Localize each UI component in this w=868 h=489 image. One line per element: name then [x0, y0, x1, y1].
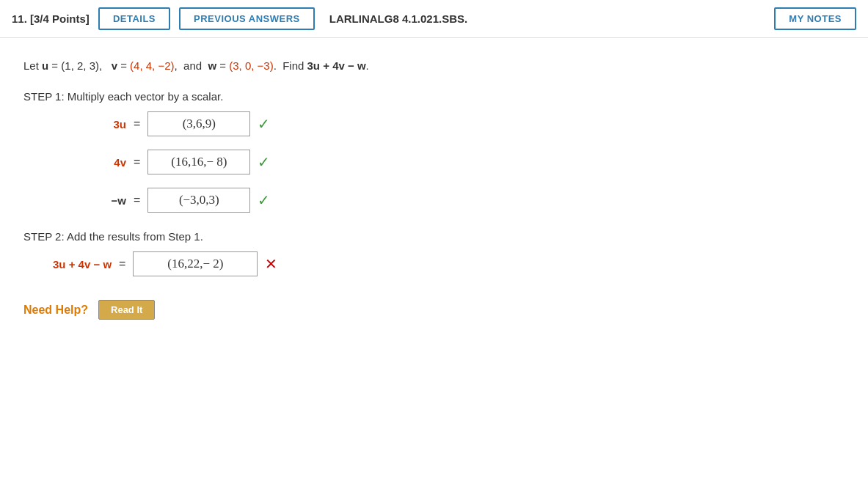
- my-notes-button[interactable]: MY NOTES: [774, 7, 856, 30]
- step1-description: Multiply each vector by a scalar.: [65, 90, 224, 103]
- equation-row-neg-w: −w = (−3,0,3) ✓: [82, 188, 637, 213]
- value-final: (16,22,− 2): [167, 257, 223, 271]
- w-bold: w: [208, 59, 216, 72]
- need-help-section: Need Help? Read It: [23, 300, 637, 320]
- step2-label: STEP 2: Add the results from Step 1.: [23, 230, 637, 243]
- u-bold: u: [42, 59, 48, 72]
- cross-mark-final: ✕: [265, 255, 277, 273]
- value-4v: (16,16,− 8): [171, 155, 227, 169]
- previous-answers-button[interactable]: PREVIOUS ANSWERS: [179, 7, 315, 30]
- step1-bold: STEP 1:: [23, 90, 65, 103]
- equation-row-3u: 3u = (3,6,9) ✓: [82, 111, 637, 136]
- problem-statement: Let u = (1, 2, 3), v = (4, 4, −2), and w…: [23, 56, 637, 76]
- question-number: 11. [3/4 Points]: [12, 12, 90, 25]
- v-value: (4, 4, −2): [130, 59, 174, 72]
- value-3u: (3,6,9): [183, 117, 216, 130]
- equals-3u: =: [134, 117, 140, 130]
- problem-intro: Let u = (1, 2, 3), v =: [23, 59, 130, 72]
- label-3u: 3u: [82, 118, 126, 130]
- step1-label: STEP 1: Multiply each vector by a scalar…: [23, 90, 637, 103]
- answer-box-4v: (16,16,− 8): [147, 150, 250, 174]
- read-it-button[interactable]: Read It: [98, 300, 155, 320]
- v-bold: v: [112, 59, 117, 72]
- label-4v: 4v: [82, 156, 126, 169]
- label-final: 3u + 4v − w: [53, 258, 112, 271]
- w-value: (3, 0, −3): [229, 59, 273, 72]
- problem-find: . Find 3u + 4v − w.: [274, 59, 369, 72]
- checkmark-4v: ✓: [258, 153, 270, 171]
- problem-and: , and w =: [175, 59, 230, 72]
- details-button[interactable]: DETAILS: [98, 7, 170, 30]
- label-neg-w: −w: [82, 194, 126, 207]
- step2-section: STEP 2: Add the results from Step 1. 3u …: [23, 230, 637, 276]
- answer-box-final: (16,22,− 2): [133, 251, 258, 276]
- value-neg-w: (−3,0,3): [179, 193, 219, 207]
- need-help-label: Need Help?: [23, 304, 88, 317]
- equation-row-4v: 4v = (16,16,− 8) ✓: [82, 150, 637, 174]
- answer-box-3u: (3,6,9): [147, 111, 250, 136]
- equals-neg-w: =: [134, 194, 140, 207]
- equals-4v: =: [134, 155, 140, 169]
- header-bar: 11. [3/4 Points] DETAILS PREVIOUS ANSWER…: [0, 0, 868, 38]
- equals-final: =: [119, 257, 125, 271]
- expr-bold: 3u + 4v − w: [307, 59, 366, 72]
- answer-box-neg-w: (−3,0,3): [147, 188, 250, 213]
- content-area: Let u = (1, 2, 3), v = (4, 4, −2), and w…: [0, 38, 660, 337]
- step2-description: Add the results from Step 1.: [65, 230, 203, 243]
- equation-row-final: 3u + 4v − w = (16,22,− 2) ✕: [53, 251, 637, 276]
- checkmark-3u: ✓: [258, 115, 270, 133]
- checkmark-neg-w: ✓: [258, 191, 270, 209]
- course-code: LARLINALG8 4.1.021.SBS.: [329, 12, 766, 25]
- step2-bold: STEP 2:: [23, 230, 65, 243]
